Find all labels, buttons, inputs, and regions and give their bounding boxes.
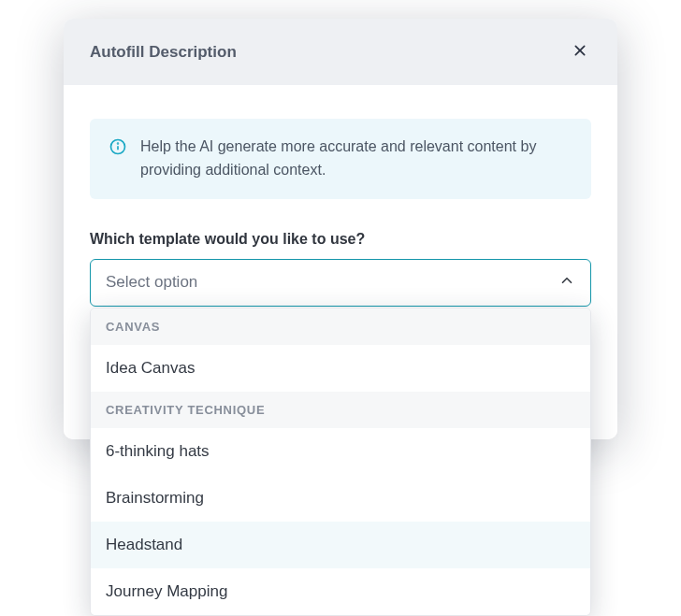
dropdown-group-header: CANVAS <box>91 308 590 345</box>
dropdown-option[interactable]: 6-thinking hats <box>91 428 590 475</box>
template-select-wrapper: Select option CANVASIdea CanvasCREATIVIT… <box>90 259 591 307</box>
autofill-modal: Autofill Description Help the AI generat… <box>64 19 617 439</box>
modal-title: Autofill Description <box>90 43 237 62</box>
dropdown-option[interactable]: Idea Canvas <box>91 345 590 392</box>
info-icon <box>109 137 127 156</box>
template-select[interactable]: Select option <box>90 259 591 307</box>
close-button[interactable] <box>569 39 591 64</box>
dropdown-option[interactable]: Journey Mapping <box>91 568 590 615</box>
modal-header: Autofill Description <box>64 19 617 85</box>
svg-point-4 <box>118 143 119 144</box>
dropdown-option[interactable]: Headstand <box>91 522 590 568</box>
dropdown-group-header: CREATIVITY TECHNIQUE <box>91 392 590 428</box>
template-field-label: Which template would you like to use? <box>90 231 591 248</box>
info-banner: Help the AI generate more accurate and r… <box>90 119 591 199</box>
dropdown-option[interactable]: Brainstorming <box>91 475 590 522</box>
template-dropdown: CANVASIdea CanvasCREATIVITY TECHNIQUE6-t… <box>90 308 591 616</box>
info-text: Help the AI generate more accurate and r… <box>140 136 572 182</box>
close-icon <box>572 43 587 61</box>
chevron-up-icon <box>558 272 575 294</box>
select-placeholder: Select option <box>106 273 197 292</box>
modal-body: Help the AI generate more accurate and r… <box>64 85 617 439</box>
